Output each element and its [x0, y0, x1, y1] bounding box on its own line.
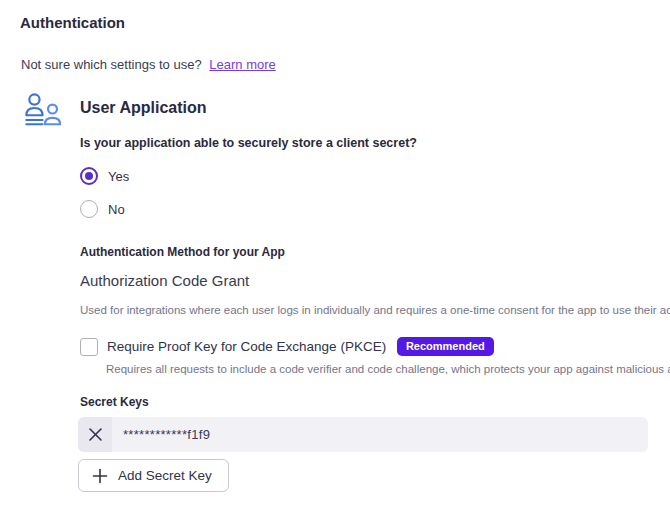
page-title: Authentication — [20, 14, 125, 31]
add-secret-key-button[interactable]: Add Secret Key — [78, 459, 229, 492]
pkce-label[interactable]: Require Proof Key for Code Exchange (PKC… — [107, 337, 494, 356]
auth-method-label: Authentication Method for your App — [80, 245, 285, 259]
remove-secret-key-button[interactable] — [78, 417, 112, 452]
radio-label-yes[interactable]: Yes — [108, 169, 129, 184]
pkce-checkbox[interactable] — [80, 338, 98, 356]
section-title-user-application: User Application — [80, 99, 207, 117]
learn-more-link[interactable]: Learn more — [209, 57, 275, 72]
radio-label-no[interactable]: No — [108, 202, 125, 217]
pkce-option-row[interactable]: Require Proof Key for Code Exchange (PKC… — [80, 337, 494, 356]
radio-option-yes[interactable]: Yes — [80, 167, 129, 185]
users-icon — [22, 91, 64, 129]
authentication-settings-page: Authentication Not sure which settings t… — [0, 0, 670, 532]
pkce-description: Requires all requests to include a code … — [106, 363, 670, 375]
auth-method-description: Used for integrations where each user lo… — [80, 304, 670, 316]
secret-keys-label: Secret Keys — [80, 395, 149, 409]
radio-dot — [85, 172, 93, 180]
client-secret-question: Is your application able to securely sto… — [80, 136, 417, 150]
x-icon — [88, 427, 103, 442]
plus-icon — [92, 468, 108, 484]
add-secret-key-label: Add Secret Key — [118, 468, 212, 483]
settings-help-text: Not sure which settings to use? Learn mo… — [21, 57, 276, 72]
pkce-label-text[interactable]: Require Proof Key for Code Exchange (PKC… — [107, 339, 386, 354]
settings-help-question: Not sure which settings to use? — [21, 57, 202, 72]
radio-option-no[interactable]: No — [80, 200, 125, 218]
radio-unselected-icon[interactable] — [80, 200, 98, 218]
radio-selected-icon[interactable] — [80, 167, 98, 185]
recommended-badge: Recommended — [397, 337, 494, 356]
auth-method-value: Authorization Code Grant — [80, 272, 249, 289]
secret-key-row: ************f1f9 — [78, 417, 648, 452]
masked-secret-key-value: ************f1f9 — [123, 427, 210, 442]
